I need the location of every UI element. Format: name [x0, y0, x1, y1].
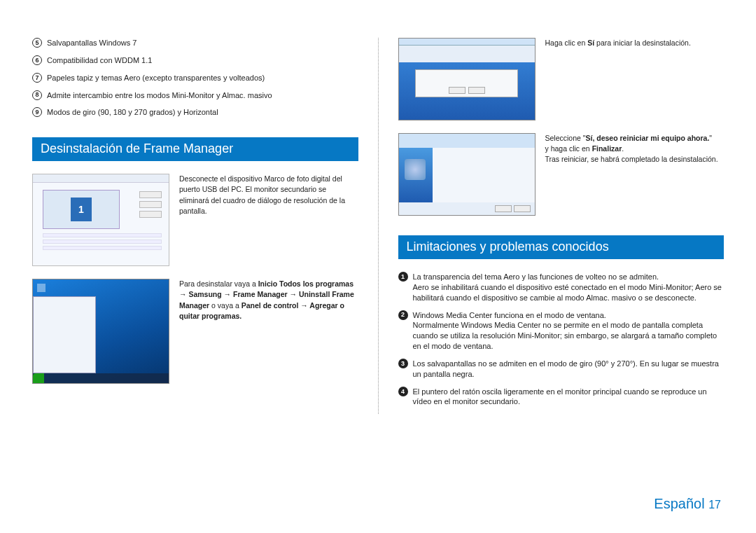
list-item: 1 La transparencia del tema Aero y las f…: [398, 272, 724, 303]
footer-page-number: 17: [708, 499, 721, 511]
monitor-number: 1: [71, 198, 92, 221]
list-item-text: Admite intercambio entre los modos Mini-…: [47, 90, 272, 101]
uninstall-step-3: Haga clic en Sí para iniciar la desinsta…: [398, 38, 724, 120]
number-badge: 4: [398, 387, 408, 396]
list-item: 6 Compatibilidad con WDDM 1.1: [32, 55, 358, 66]
uninstall-step-2: Para desinstalar vaya a Inicio Todos los…: [32, 279, 358, 384]
number-badge: 2: [398, 310, 408, 320]
list-item-text: Salvapantallas Windows 7: [47, 38, 136, 48]
list-item: 4 El puntero del ratón oscila ligerament…: [398, 387, 724, 408]
number-badge: 7: [32, 73, 42, 83]
limitations-list: 1 La transparencia del tema Aero y las f…: [398, 272, 724, 407]
screenshot-display-settings: 1: [32, 174, 169, 266]
number-badge: 8: [32, 90, 42, 100]
column-divider: [378, 38, 379, 414]
uninstall-step-3-text: Haga clic en Sí para iniciar la desinsta…: [545, 38, 724, 48]
list-item: 5 Salvapantallas Windows 7: [32, 38, 358, 48]
list-item: 8 Admite intercambio entre los modos Min…: [32, 90, 358, 101]
list-item-text: La transparencia del tema Aero y las fun…: [413, 272, 724, 303]
list-item-text: El puntero del ratón oscila ligeramente …: [413, 387, 724, 408]
number-badge: 3: [398, 359, 408, 368]
left-column: 5 Salvapantallas Windows 7 6 Compatibili…: [32, 38, 358, 414]
limitations-section-header: Limitaciones y problemas conocidos: [398, 235, 724, 259]
list-item: 3 Los salvapantallas no se admiten en el…: [398, 359, 724, 380]
number-badge: 1: [398, 272, 408, 282]
list-item: 7 Papeles tapiz y temas Aero (excepto tr…: [32, 73, 358, 83]
screenshot-start-menu: [32, 279, 169, 384]
screenshot-finish-dialog: [398, 133, 536, 216]
list-item: 9 Modos de giro (90, 180 y 270 grados) y…: [32, 107, 358, 118]
list-item-text: Compatibilidad con WDDM 1.1: [47, 55, 152, 66]
feature-list: 5 Salvapantallas Windows 7 6 Compatibili…: [32, 38, 358, 118]
number-badge: 5: [32, 38, 42, 48]
list-item: 2 Windows Media Center funciona en el mo…: [398, 310, 724, 352]
footer-language: Español: [654, 496, 704, 511]
list-item-text: Los salvapantallas no se admiten en el m…: [413, 359, 724, 380]
uninstall-step-4-text: Seleccione "Sí, deseo reiniciar mi equip…: [545, 133, 724, 165]
uninstall-step-2-text: Para desinstalar vaya a Inicio Todos los…: [179, 279, 358, 321]
list-item-text: Windows Media Center funciona en el modo…: [413, 310, 724, 352]
uninstall-step-1-text: Desconecte el dispositivo Marco de foto …: [179, 174, 358, 216]
number-badge: 6: [32, 55, 42, 65]
screenshot-confirm-dialog: [398, 38, 536, 120]
list-item-text: Modos de giro (90, 180 y 270 grados) y H…: [47, 107, 218, 118]
uninstall-section-header: Desinstalación de Frame Manager: [32, 137, 358, 161]
page-footer: Español 17: [654, 496, 721, 512]
uninstall-step-1: 1 Desconecte el dispositivo Marco de fot…: [32, 174, 358, 266]
uninstall-step-4: Seleccione "Sí, deseo reiniciar mi equip…: [398, 133, 724, 216]
right-column: Haga clic en Sí para iniciar la desinsta…: [398, 38, 724, 414]
list-item-text: Papeles tapiz y temas Aero (excepto tran…: [47, 73, 265, 83]
number-badge: 9: [32, 107, 42, 117]
